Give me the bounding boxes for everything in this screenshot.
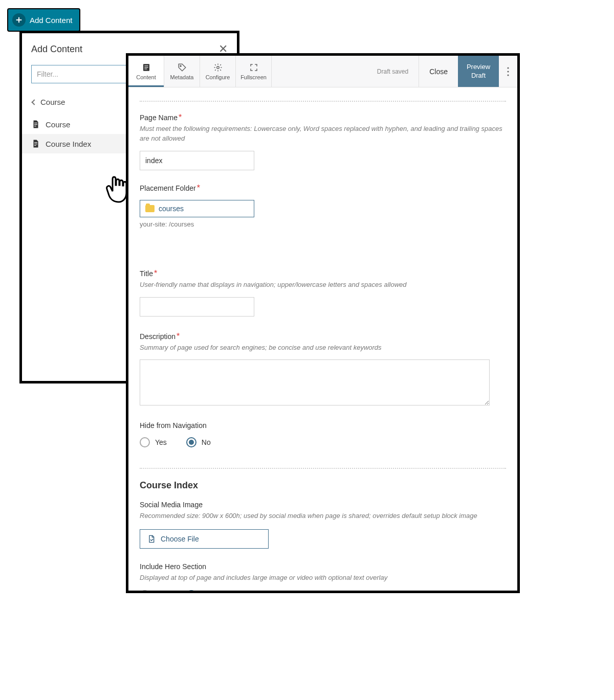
svg-rect-4 [34, 144, 37, 144]
kebab-icon [507, 67, 509, 76]
radio-icon [186, 437, 196, 447]
separator [140, 101, 506, 102]
side-panel-title: Add Content [31, 44, 82, 55]
plus-icon [12, 13, 26, 27]
svg-point-11 [216, 66, 219, 69]
field-page-name: Page Name* Must meet the following requi… [140, 113, 506, 170]
tab-content[interactable]: Content [128, 56, 164, 87]
title-input[interactable] [140, 297, 254, 317]
field-hint: Must meet the following requirements: Lo… [140, 124, 506, 144]
page-icon [31, 120, 40, 129]
field-title: Title* User-friendly name that displays … [140, 269, 506, 317]
field-hero: Include Hero Section Displayed at top of… [140, 562, 506, 593]
field-social-image: Social Media Image Recommended size: 900… [140, 500, 506, 549]
description-textarea[interactable] [140, 359, 490, 405]
toolbar: Content Metadata Configure Fullscreen Dr… [128, 56, 517, 87]
svg-point-10 [180, 65, 181, 66]
field-label: Title [140, 269, 153, 278]
separator [140, 468, 506, 469]
tag-icon [178, 63, 187, 72]
required-asterisk: * [197, 184, 200, 192]
required-asterisk: * [154, 269, 157, 278]
page-name-input[interactable] [140, 151, 254, 170]
svg-rect-9 [144, 69, 147, 69]
svg-rect-0 [34, 123, 37, 123]
folder-path: your-site: /courses [140, 220, 506, 228]
radio-hero-no[interactable]: No [186, 590, 211, 593]
svg-rect-1 [34, 124, 37, 125]
field-hint: Summary of page used for search engines;… [140, 343, 506, 353]
field-placement-folder: Placement Folder* courses your-site: /co… [140, 184, 506, 228]
side-item-label: Course Index [46, 140, 91, 148]
svg-point-13 [507, 71, 509, 72]
more-menu-button[interactable] [499, 56, 517, 87]
radio-hide-nav-yes[interactable]: Yes [140, 437, 167, 447]
field-label: Page Name [140, 114, 178, 122]
svg-rect-3 [34, 142, 37, 143]
field-hint: Displayed at top of page and includes la… [140, 573, 506, 583]
fullscreen-icon [249, 63, 258, 72]
radio-hero-yes[interactable]: Yes [140, 590, 167, 593]
close-button[interactable]: Close [419, 56, 458, 87]
radio-hide-nav-no[interactable]: No [186, 437, 211, 447]
tab-metadata[interactable]: Metadata [164, 56, 200, 87]
tab-configure[interactable]: Configure [200, 56, 236, 87]
svg-rect-7 [144, 65, 148, 66]
content-icon [142, 63, 151, 72]
field-label: Social Media Image [140, 501, 203, 509]
page-icon [31, 139, 40, 148]
draft-saved-status: Draft saved [367, 68, 419, 75]
side-item-label: Course [46, 120, 70, 129]
field-label: Description [140, 332, 176, 341]
field-hide-nav: Hide from Navigation Yes No [140, 421, 506, 447]
field-hint: User-friendly name that displays in navi… [140, 280, 506, 290]
breadcrumb-label: Course [40, 98, 65, 106]
svg-point-14 [507, 74, 509, 76]
file-icon [147, 534, 156, 544]
folder-icon [145, 205, 155, 212]
svg-rect-2 [34, 126, 36, 126]
radio-icon [140, 437, 150, 447]
content-editor-panel: Content Metadata Configure Fullscreen Dr… [126, 53, 520, 593]
gear-icon [213, 63, 223, 72]
add-content-button[interactable]: Add Content [7, 8, 80, 32]
add-content-label: Add Content [30, 16, 72, 25]
field-label: Include Hero Section [140, 562, 206, 571]
required-asterisk: * [177, 332, 180, 341]
preview-draft-button[interactable]: Preview Draft [458, 56, 499, 87]
choose-file-button[interactable]: Choose File [140, 529, 269, 549]
svg-rect-8 [144, 67, 148, 67]
section-heading: Course Index [140, 480, 506, 491]
field-hint: Recommended size: 900w x 600h; used by s… [140, 511, 506, 521]
field-label: Placement Folder [140, 184, 196, 192]
radio-icon [140, 590, 150, 593]
required-asterisk: * [179, 113, 182, 122]
svg-rect-5 [34, 145, 36, 146]
tab-fullscreen[interactable]: Fullscreen [236, 56, 272, 87]
field-description: Description* Summary of page used for se… [140, 332, 506, 408]
folder-value: courses [159, 205, 184, 213]
svg-point-12 [507, 67, 509, 69]
placement-folder-picker[interactable]: courses [140, 200, 254, 217]
radio-icon [186, 590, 196, 593]
chevron-left-icon [31, 99, 37, 105]
field-label: Hide from Navigation [140, 421, 207, 430]
